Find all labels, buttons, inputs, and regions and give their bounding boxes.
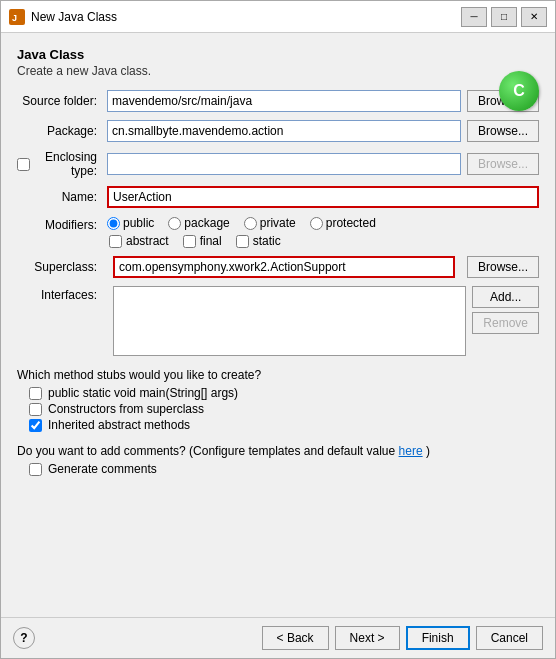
interfaces-textarea[interactable] (113, 286, 466, 356)
package-field: Browse... (107, 120, 539, 142)
abstract-label[interactable]: abstract (109, 234, 169, 248)
window-controls: ─ □ ✕ (461, 7, 547, 27)
generate-comments-label: Generate comments (48, 462, 157, 476)
title-bar: J New Java Class ─ □ ✕ (1, 1, 555, 33)
superclass-browse-button[interactable]: Browse... (467, 256, 539, 278)
other-modifiers-group: abstract final static (109, 234, 376, 248)
final-checkbox[interactable] (183, 235, 196, 248)
radio-protected-label[interactable]: protected (310, 216, 376, 230)
svg-text:J: J (12, 13, 17, 23)
remove-interface-button[interactable]: Remove (472, 312, 539, 334)
superclass-label: Superclass: (17, 260, 107, 274)
modifiers-row: Modifiers: public package private (17, 216, 539, 248)
window-title: New Java Class (31, 10, 461, 24)
radio-public-label[interactable]: public (107, 216, 154, 230)
window-icon: J (9, 9, 25, 25)
name-field (107, 186, 539, 208)
stub-inherited-label: Inherited abstract methods (48, 418, 190, 432)
finish-button[interactable]: Finish (406, 626, 470, 650)
source-folder-field: Browse... (107, 90, 539, 112)
comments-section: Do you want to add comments? (Configure … (17, 444, 539, 478)
stubs-question: Which method stubs would you like to cre… (17, 368, 539, 382)
package-row: Package: Browse... (17, 120, 539, 142)
next-button[interactable]: Next > (335, 626, 400, 650)
name-input[interactable] (107, 186, 539, 208)
bottom-bar: ? < Back Next > Finish Cancel (1, 617, 555, 658)
abstract-checkbox[interactable] (109, 235, 122, 248)
superclass-input[interactable] (113, 256, 455, 278)
logo-area: C (499, 71, 539, 111)
stub-main-checkbox[interactable] (29, 387, 42, 400)
interfaces-label: Interfaces: (17, 286, 107, 302)
package-input[interactable] (107, 120, 461, 142)
section-subtitle: Create a new Java class. (17, 64, 539, 78)
source-folder-input[interactable] (107, 90, 461, 112)
enclosing-checkbox[interactable] (17, 158, 30, 171)
enclosing-label: Enclosing type: (17, 150, 107, 178)
static-checkbox[interactable] (236, 235, 249, 248)
enclosing-row: Enclosing type: Browse... (17, 150, 539, 178)
stub-inherited-option: Inherited abstract methods (29, 418, 539, 432)
package-browse-button[interactable]: Browse... (467, 120, 539, 142)
final-label[interactable]: final (183, 234, 222, 248)
minimize-button[interactable]: ─ (461, 7, 487, 27)
radio-public[interactable] (107, 217, 120, 230)
back-button[interactable]: < Back (262, 626, 329, 650)
comments-question: Do you want to add comments? (Configure … (17, 444, 539, 458)
radio-package[interactable] (168, 217, 181, 230)
modifiers-field: public package private protected (107, 216, 376, 248)
name-row: Name: (17, 186, 539, 208)
stub-main-label: public static void main(String[] args) (48, 386, 238, 400)
help-button[interactable]: ? (13, 627, 35, 649)
enclosing-browse-button[interactable]: Browse... (467, 153, 539, 175)
comments-here-link[interactable]: here (399, 444, 423, 458)
radio-private-label[interactable]: private (244, 216, 296, 230)
cancel-button[interactable]: Cancel (476, 626, 543, 650)
stub-inherited-checkbox[interactable] (29, 419, 42, 432)
source-folder-row: Source folder: Browse... (17, 90, 539, 112)
stub-constructors-option: Constructors from superclass (29, 402, 539, 416)
section-title: Java Class (17, 47, 539, 62)
stub-constructors-label: Constructors from superclass (48, 402, 204, 416)
static-label[interactable]: static (236, 234, 281, 248)
name-label: Name: (17, 190, 107, 204)
stub-main-option: public static void main(String[] args) (29, 386, 539, 400)
enclosing-input[interactable] (107, 153, 461, 175)
add-interface-button[interactable]: Add... (472, 286, 539, 308)
stubs-section: Which method stubs would you like to cre… (17, 368, 539, 434)
logo-icon: C (499, 71, 539, 111)
interfaces-row: Interfaces: Add... Remove (17, 286, 539, 356)
modifiers-label: Modifiers: (17, 216, 107, 232)
radio-private[interactable] (244, 217, 257, 230)
generate-comments-option: Generate comments (29, 462, 539, 476)
enclosing-field: Browse... (107, 153, 539, 175)
radio-package-label[interactable]: package (168, 216, 229, 230)
stub-constructors-checkbox[interactable] (29, 403, 42, 416)
generate-comments-checkbox[interactable] (29, 463, 42, 476)
radio-protected[interactable] (310, 217, 323, 230)
superclass-row: Superclass: Browse... (17, 256, 539, 278)
source-folder-label: Source folder: (17, 94, 107, 108)
package-label: Package: (17, 124, 107, 138)
close-button[interactable]: ✕ (521, 7, 547, 27)
maximize-button[interactable]: □ (491, 7, 517, 27)
new-java-class-dialog: J New Java Class ─ □ ✕ C Java Class Crea… (0, 0, 556, 659)
access-modifiers-group: public package private protected (107, 216, 376, 230)
interfaces-buttons: Add... Remove (472, 286, 539, 334)
